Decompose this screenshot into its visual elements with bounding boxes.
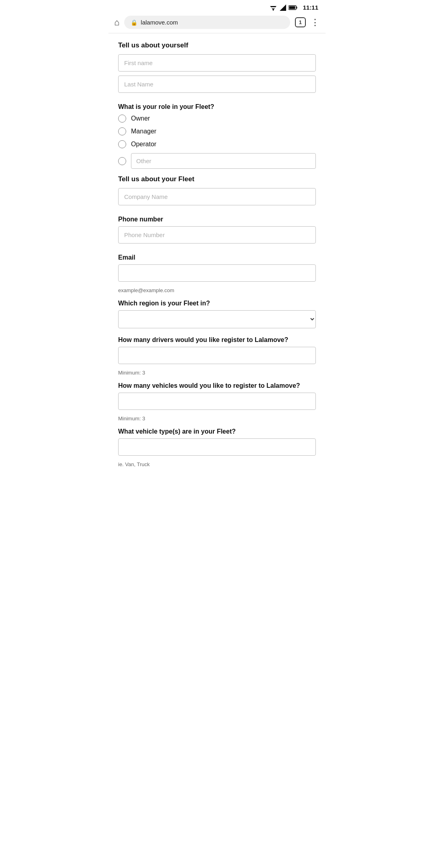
last-name-input[interactable] <box>118 76 316 93</box>
phone-input[interactable] <box>118 226 316 244</box>
browser-bar: ⌂ 🔒 lalamove.com 1 ⋮ <box>108 13 326 33</box>
role-owner-label[interactable]: Owner <box>131 115 150 122</box>
section1-title: Tell us about yourself <box>118 41 316 49</box>
menu-icon[interactable]: ⋮ <box>311 17 320 28</box>
form-content: Tell us about yourself What is your role… <box>108 33 326 486</box>
vehicles-input[interactable] <box>118 393 316 410</box>
vehicle-types-label: What vehicle type(s) are in your Fleet? <box>118 428 316 435</box>
company-name-block <box>118 188 316 209</box>
role-manager: Manager <box>118 127 316 135</box>
drivers-input[interactable] <box>118 347 316 364</box>
role-manager-label[interactable]: Manager <box>131 128 156 135</box>
phone-block: Phone number <box>118 216 316 248</box>
role-owner: Owner <box>118 115 316 123</box>
signal-icon <box>280 4 286 11</box>
role-owner-radio[interactable] <box>118 115 126 123</box>
drivers-block: How many drivers would you like register… <box>118 336 316 376</box>
svg-marker-4 <box>280 4 286 11</box>
region-label: Which region is your Fleet in? <box>118 300 316 307</box>
vehicles-block: How many vehicles would you like to regi… <box>118 382 316 422</box>
status-bar: 11:11 <box>108 0 326 13</box>
role-other-radio[interactable] <box>118 157 126 165</box>
email-input[interactable] <box>118 264 316 282</box>
vehicles-label: How many vehicles would you like to regi… <box>118 382 316 389</box>
status-time: 11:11 <box>303 4 318 11</box>
email-block: Email example@example.com <box>118 254 316 293</box>
vehicle-types-block: What vehicle type(s) are in your Fleet? … <box>118 428 316 467</box>
other-text-input[interactable] <box>131 153 316 169</box>
email-label: Email <box>118 254 316 261</box>
region-select[interactable] <box>118 310 316 328</box>
vehicles-hint: Minimum: 3 <box>118 416 316 422</box>
section2-title: Tell us about your Fleet <box>118 175 316 183</box>
role-radio-group: Owner Manager Operator <box>118 115 316 169</box>
url-text: lalamove.com <box>141 19 178 26</box>
role-question: What is your role in your Fleet? <box>118 103 316 111</box>
svg-rect-7 <box>289 6 295 9</box>
battery-icon <box>289 5 297 10</box>
company-name-input[interactable] <box>118 188 316 205</box>
first-name-input[interactable] <box>118 54 316 72</box>
role-operator-label[interactable]: Operator <box>131 141 156 148</box>
vehicle-types-hint: ie. Van, Truck <box>118 461 316 467</box>
svg-point-3 <box>272 9 274 10</box>
drivers-hint: Minimum: 3 <box>118 370 316 376</box>
section1: Tell us about yourself <box>118 41 316 97</box>
phone-label: Phone number <box>118 216 316 223</box>
role-operator: Operator <box>118 140 316 148</box>
role-manager-radio[interactable] <box>118 127 126 135</box>
url-bar[interactable]: 🔒 lalamove.com <box>124 16 290 29</box>
email-hint: example@example.com <box>118 287 316 293</box>
wifi-icon <box>269 4 277 11</box>
status-icons <box>269 4 297 11</box>
vehicle-types-input[interactable] <box>118 438 316 456</box>
section2: Tell us about your Fleet Phone number Em… <box>118 175 316 467</box>
role-section: What is your role in your Fleet? Owner M… <box>118 103 316 169</box>
role-other <box>118 153 316 169</box>
role-operator-radio[interactable] <box>118 140 126 148</box>
tab-button[interactable]: 1 <box>295 17 306 27</box>
drivers-label: How many drivers would you like register… <box>118 336 316 344</box>
svg-rect-6 <box>296 6 297 8</box>
region-block: Which region is your Fleet in? <box>118 300 316 330</box>
home-icon[interactable]: ⌂ <box>114 17 119 28</box>
lock-icon: 🔒 <box>131 19 137 26</box>
